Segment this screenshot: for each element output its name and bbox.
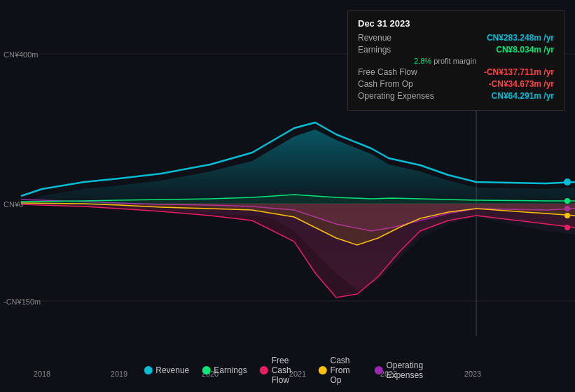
- x-label-2019: 2019: [111, 370, 127, 378]
- tooltip-earnings-label: Earnings: [358, 45, 391, 55]
- legend-revenue-dot: [144, 366, 152, 374]
- tooltip-fcf-label: Free Cash Flow: [358, 67, 417, 77]
- legend-cashfromop-dot: [318, 366, 326, 374]
- x-label-2018: 2018: [34, 370, 50, 378]
- tooltip-opex-value: CN¥64.291m /yr: [492, 91, 554, 101]
- legend-opex-dot: [374, 366, 382, 374]
- y-label-400m: CN¥400m: [4, 50, 39, 59]
- legend-revenue-label: Revenue: [155, 365, 189, 375]
- legend-earnings-label: Earnings: [214, 365, 247, 375]
- tooltip-opex-label: Operating Expenses: [358, 91, 434, 101]
- tooltip-cashfromop-label: Cash From Op: [358, 79, 413, 89]
- legend-cashfromop-label: Cash From Op: [330, 356, 361, 385]
- tooltip-fcf-row: Free Cash Flow -CN¥137.711m /yr: [358, 67, 554, 77]
- tooltip-date: Dec 31 2023: [358, 18, 554, 29]
- tooltip-earnings-value: CN¥8.034m /yr: [496, 45, 554, 55]
- tooltip-opex-row: Operating Expenses CN¥64.291m /yr: [358, 91, 554, 101]
- svg-point-5: [564, 178, 571, 186]
- chart-legend: Revenue Earnings Free Cash Flow Cash Fro…: [144, 356, 431, 385]
- tooltip-revenue-label: Revenue: [358, 33, 392, 43]
- tooltip-cashfromop-row: Cash From Op -CN¥34.673m /yr: [358, 79, 554, 89]
- svg-point-8: [564, 225, 570, 230]
- tooltip-revenue-row: Revenue CN¥283.248m /yr: [358, 33, 554, 43]
- tooltip-cashfromop-value: -CN¥34.673m /yr: [489, 79, 554, 89]
- legend-opex[interactable]: Operating Expenses: [374, 360, 431, 380]
- legend-fcf[interactable]: Free Cash Flow: [260, 356, 306, 385]
- legend-revenue[interactable]: Revenue: [144, 365, 189, 375]
- y-label-neg150m: -CN¥150m: [4, 298, 41, 306]
- legend-fcf-dot: [260, 366, 268, 374]
- legend-fcf-label: Free Cash Flow: [272, 356, 306, 385]
- legend-earnings[interactable]: Earnings: [202, 365, 247, 375]
- tooltip-fcf-value: -CN¥137.711m /yr: [484, 67, 554, 77]
- tooltip-margin: 2.8% profit margin: [414, 57, 554, 65]
- legend-earnings-dot: [202, 366, 210, 374]
- legend-cashfromop[interactable]: Cash From Op: [318, 356, 361, 385]
- data-tooltip: Dec 31 2023 Revenue CN¥283.248m /yr Earn…: [347, 10, 564, 111]
- svg-point-9: [564, 213, 570, 218]
- tooltip-margin-value: 2.8%: [414, 57, 431, 65]
- x-label-2023: 2023: [464, 370, 481, 378]
- tooltip-revenue-value: CN¥283.248m /yr: [487, 33, 554, 43]
- tooltip-earnings-row: Earnings CN¥8.034m /yr: [358, 45, 554, 55]
- legend-opex-label: Operating Expenses: [386, 360, 431, 380]
- y-label-0: CN¥0: [4, 200, 23, 209]
